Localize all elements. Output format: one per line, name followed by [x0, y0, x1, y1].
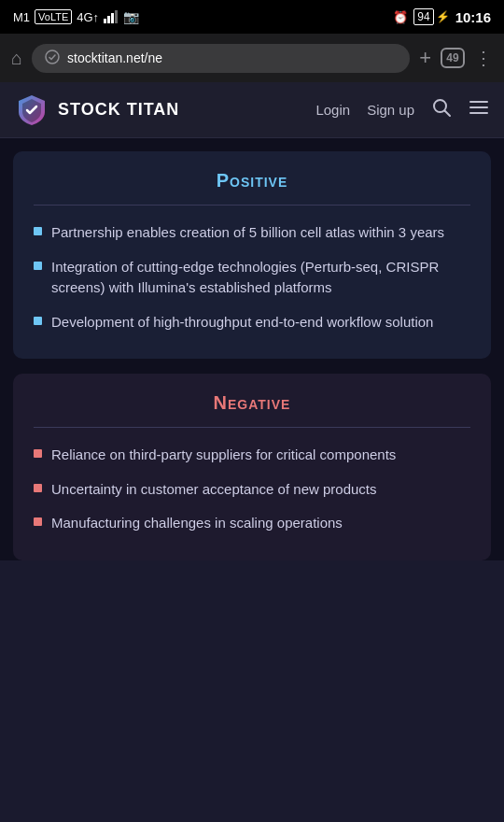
neg-bullet-icon-1	[34, 449, 42, 458]
negative-bullet-3: Manufacturing challenges in scaling oper…	[34, 513, 470, 534]
more-options-button[interactable]: ⋮	[474, 47, 493, 69]
negative-bullet-text-1: Reliance on third-party suppliers for cr…	[51, 445, 396, 466]
status-right: ⏰ 94 ⚡ 10:16	[393, 8, 491, 25]
logo-text: STOCK TITAN	[58, 100, 179, 120]
nav-bar: STOCK TITAN Login Sign up	[0, 82, 504, 138]
logo-shield-icon	[15, 93, 49, 127]
top-spacer	[0, 138, 504, 151]
positive-bullet-3: Development of high-throughput end-to-en…	[34, 312, 470, 333]
status-bar: M1 VoLTE 4G↑ 📷 ⏰ 94 ⚡ 10:16	[0, 0, 504, 34]
negative-bullet-list: Reliance on third-party suppliers for cr…	[34, 445, 470, 534]
instagram-icon: 📷	[123, 9, 139, 24]
page-content: Positive Partnership enables creation of…	[0, 138, 504, 560]
svg-rect-0	[104, 19, 106, 23]
positive-bullet-text-2: Integration of cutting-edge technologies…	[51, 257, 470, 299]
bullet-icon-3	[34, 317, 42, 325]
negative-section-title: Negative	[34, 392, 470, 414]
signal-icon: 4G↑	[77, 10, 99, 24]
charging-icon: ⚡	[436, 10, 450, 23]
carrier-label: M1	[13, 10, 30, 24]
negative-divider	[34, 427, 470, 428]
negative-section: Negative Reliance on third-party supplie…	[13, 374, 491, 560]
negative-bullet-1: Reliance on third-party suppliers for cr…	[34, 445, 470, 466]
logo-area: STOCK TITAN	[15, 93, 179, 127]
url-bar[interactable]: stocktitan.net/ne	[32, 44, 410, 73]
menu-icon[interactable]	[469, 97, 489, 123]
svg-rect-2	[111, 13, 114, 23]
positive-bullet-1: Partnership enables creation of 5 billio…	[34, 222, 470, 244]
svg-rect-3	[115, 10, 118, 23]
positive-bullet-list: Partnership enables creation of 5 billio…	[34, 222, 470, 333]
security-icon	[45, 50, 60, 67]
browser-bar: ⌂ stocktitan.net/ne + 49 ⋮	[0, 34, 504, 82]
login-link[interactable]: Login	[315, 102, 350, 118]
network-label: VoLTE	[35, 9, 72, 24]
nav-links: Login Sign up	[315, 97, 489, 123]
status-left: M1 VoLTE 4G↑ 📷	[13, 9, 139, 24]
svg-rect-1	[107, 16, 110, 23]
bullet-icon-2	[34, 262, 42, 270]
home-icon[interactable]: ⌂	[11, 48, 22, 69]
url-text: stocktitan.net/ne	[67, 50, 397, 65]
svg-line-6	[445, 111, 451, 117]
time-display: 10:16	[455, 9, 491, 25]
signup-link[interactable]: Sign up	[367, 102, 414, 118]
negative-bullet-text-3: Manufacturing challenges in scaling oper…	[51, 513, 343, 534]
neg-bullet-icon-3	[34, 517, 42, 526]
negative-bullet-2: Uncertainty in customer acceptance of ne…	[34, 479, 470, 501]
svg-point-4	[46, 50, 59, 64]
signal-bars-icon	[104, 10, 119, 23]
positive-bullet-2: Integration of cutting-edge technologies…	[34, 257, 470, 299]
battery-level: 94 ⚡	[413, 8, 449, 25]
positive-bullet-text-1: Partnership enables creation of 5 billio…	[51, 222, 444, 244]
positive-section-title: Positive	[34, 170, 470, 191]
positive-bullet-text-3: Development of high-throughput end-to-en…	[51, 312, 433, 333]
battery-percent: 94	[413, 8, 433, 25]
add-tab-button[interactable]: +	[419, 46, 431, 70]
positive-divider	[34, 205, 470, 206]
neg-bullet-icon-2	[34, 484, 42, 492]
alarm-icon: ⏰	[393, 10, 408, 24]
tabs-count-badge[interactable]: 49	[441, 48, 465, 68]
positive-section: Positive Partnership enables creation of…	[13, 151, 491, 359]
search-icon[interactable]	[431, 97, 452, 122]
negative-bullet-text-2: Uncertainty in customer acceptance of ne…	[51, 479, 377, 501]
bullet-icon-1	[34, 227, 42, 235]
